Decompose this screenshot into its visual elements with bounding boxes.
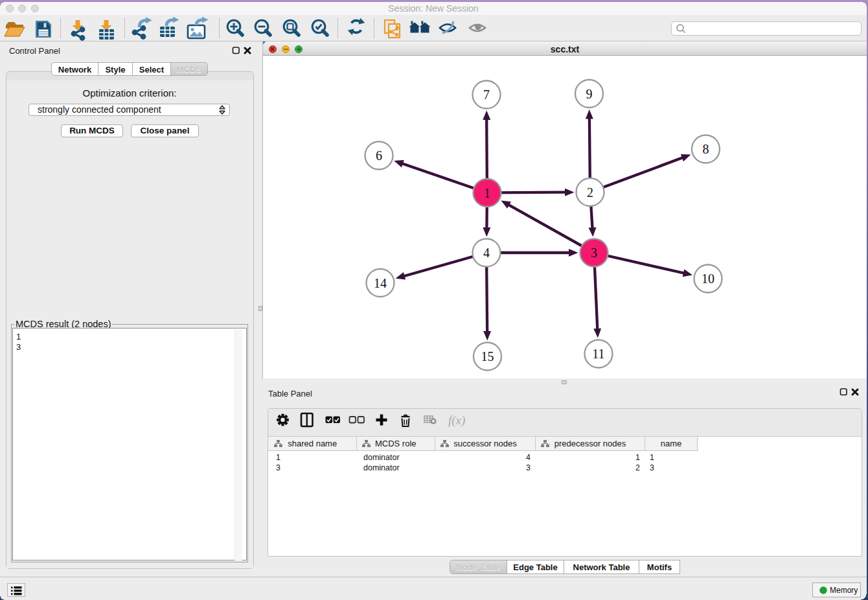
svg-text:6: 6 [376,148,382,163]
svg-text:1: 1 [484,186,490,200]
svg-text:3: 3 [591,246,597,260]
svg-text:14: 14 [374,276,387,290]
svg-text:11: 11 [592,347,604,361]
svg-text:15: 15 [481,349,494,363]
svg-text:9: 9 [586,87,593,101]
svg-text:7: 7 [483,87,490,102]
svg-text:10: 10 [702,271,714,286]
svg-text:2: 2 [587,185,593,200]
svg-text:8: 8 [703,142,709,156]
svg-text:f(x): f(x) [448,413,465,428]
svg-text:4: 4 [483,246,490,260]
